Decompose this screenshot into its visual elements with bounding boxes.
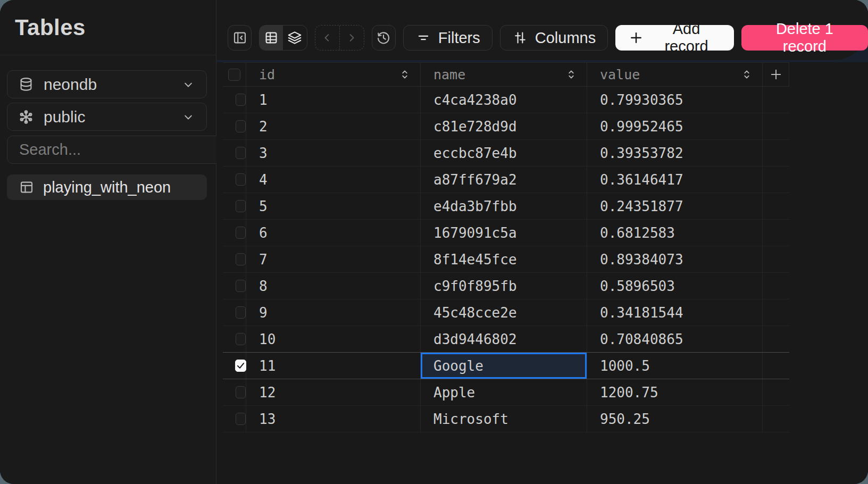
row-checkbox-cell[interactable] xyxy=(223,193,246,219)
column-header-id[interactable]: id xyxy=(246,63,421,86)
columns-button[interactable]: Columns xyxy=(500,25,608,51)
cell-id[interactable]: 6 xyxy=(246,220,421,246)
row-checkbox-cell[interactable] xyxy=(223,326,246,352)
table-row: 12 Apple 1200.75 xyxy=(223,379,789,406)
collapse-sidebar-button[interactable] xyxy=(228,25,252,51)
cell-id[interactable]: 12 xyxy=(246,379,421,405)
search-row xyxy=(7,136,207,165)
desktop-background: Tables neondb xyxy=(0,0,868,484)
row-checkbox[interactable] xyxy=(236,120,246,132)
row-checkbox[interactable] xyxy=(236,413,246,425)
cell-id[interactable]: 13 xyxy=(246,406,421,432)
cell-id[interactable]: 10 xyxy=(246,326,421,352)
cell-id[interactable]: 1 xyxy=(246,87,421,113)
column-header-name[interactable]: name xyxy=(421,63,587,86)
cell-value[interactable]: 1000.5 xyxy=(587,353,763,379)
row-checkbox-cell[interactable] xyxy=(223,353,246,379)
chevron-down-icon xyxy=(181,110,196,124)
layers-view-toggle[interactable] xyxy=(283,26,306,50)
cell-name[interactable]: c9f0f895fb xyxy=(421,273,587,299)
cell-name[interactable]: c4ca4238a0 xyxy=(421,87,587,113)
chevron-left-icon xyxy=(320,30,335,45)
cell-name[interactable]: Apple xyxy=(421,379,587,405)
column-header-value[interactable]: value xyxy=(587,63,763,86)
row-checkbox[interactable] xyxy=(236,386,246,398)
cell-name[interactable]: eccbc87e4b xyxy=(421,140,587,166)
search-box[interactable] xyxy=(7,136,246,164)
cell-id[interactable]: 3 xyxy=(246,140,421,166)
row-checkbox-cell[interactable] xyxy=(223,299,246,326)
cell-value[interactable]: 0.5896503 xyxy=(587,273,763,299)
cell-id[interactable]: 7 xyxy=(246,246,421,272)
cell-value[interactable]: 0.36146417 xyxy=(587,166,763,193)
cell-id[interactable]: 2 xyxy=(246,113,421,139)
cell-value[interactable]: 0.79930365 xyxy=(587,87,763,113)
select-all-checkbox[interactable] xyxy=(223,63,246,86)
cell-value[interactable]: 0.89384073 xyxy=(587,246,763,272)
table-row: 10 d3d9446802 0.70840865 xyxy=(223,326,789,353)
sidebar-item-table[interactable]: playing_with_neon xyxy=(7,174,207,200)
filters-button[interactable]: Filters xyxy=(403,25,493,51)
add-column-button[interactable] xyxy=(763,63,789,86)
row-checkbox[interactable] xyxy=(236,147,246,159)
cell-name[interactable]: Microsoft xyxy=(421,406,587,432)
cell-value[interactable]: 0.6812583 xyxy=(587,220,763,246)
sidebar-body: neondb xyxy=(0,55,216,200)
schema-select[interactable]: public xyxy=(7,103,207,131)
next-page-button[interactable] xyxy=(339,26,364,50)
cell-value[interactable]: 0.34181544 xyxy=(587,299,763,326)
search-input[interactable] xyxy=(18,140,221,159)
cell-value[interactable]: 0.70840865 xyxy=(587,326,763,352)
database-select[interactable]: neondb xyxy=(7,70,207,98)
panel-left-icon xyxy=(232,30,248,46)
row-checkbox[interactable] xyxy=(236,333,246,345)
cell-id[interactable]: 5 xyxy=(246,193,421,219)
row-checkbox-cell[interactable] xyxy=(223,220,246,246)
cell-name[interactable]: d3d9446802 xyxy=(421,326,587,352)
row-checkbox-cell[interactable] xyxy=(223,406,246,432)
cell-name[interactable]: 8f14e45fce xyxy=(421,246,587,272)
add-record-button[interactable]: Add record xyxy=(615,25,734,51)
cell-id[interactable]: 9 xyxy=(246,299,421,326)
row-checkbox[interactable] xyxy=(236,280,246,292)
cell-value[interactable]: 950.25 xyxy=(587,406,763,432)
row-checkbox-cell[interactable] xyxy=(223,166,246,193)
grid-view-icon xyxy=(263,30,279,46)
row-checkbox-cell[interactable] xyxy=(223,246,246,272)
row-checkbox-cell[interactable] xyxy=(223,273,246,299)
row-checkbox[interactable] xyxy=(236,173,246,186)
row-checkbox-cell[interactable] xyxy=(223,140,246,166)
row-checkbox[interactable] xyxy=(236,306,246,319)
main-panel: Filters Columns xyxy=(216,0,868,484)
cell-name[interactable]: 1679091c5a xyxy=(421,220,587,246)
cell-name[interactable]: a87ff679a2 xyxy=(421,166,587,193)
database-select-label: neondb xyxy=(44,76,181,94)
cell-id[interactable]: 4 xyxy=(246,166,421,193)
cell-id[interactable]: 8 xyxy=(246,273,421,299)
previous-page-button[interactable] xyxy=(315,26,339,50)
cell-value[interactable]: 1200.75 xyxy=(587,379,763,405)
history-button[interactable] xyxy=(372,25,396,51)
sort-icon[interactable] xyxy=(564,68,578,81)
cell-id[interactable]: 11 xyxy=(246,353,421,379)
cell-name[interactable]: Google xyxy=(421,353,587,379)
schema-select-label: public xyxy=(44,108,181,126)
row-checkbox-cell[interactable] xyxy=(223,379,246,405)
cell-name[interactable]: c81e728d9d xyxy=(421,113,587,139)
sort-icon[interactable] xyxy=(398,68,412,81)
table-view-toggle[interactable] xyxy=(260,26,283,50)
row-checkbox-cell[interactable] xyxy=(223,113,246,139)
row-checkbox[interactable] xyxy=(236,253,246,265)
cell-value[interactable]: 0.99952465 xyxy=(587,113,763,139)
cell-name[interactable]: 45c48cce2e xyxy=(421,299,587,326)
row-checkbox[interactable] xyxy=(236,94,246,106)
row-checkbox[interactable] xyxy=(236,227,246,239)
cell-name[interactable]: e4da3b7fbb xyxy=(421,193,587,219)
row-checkbox-cell[interactable] xyxy=(223,87,246,113)
cell-value[interactable]: 0.24351877 xyxy=(587,193,763,219)
sort-icon[interactable] xyxy=(740,68,754,81)
cell-value[interactable]: 0.39353782 xyxy=(587,140,763,166)
row-checkbox[interactable] xyxy=(236,200,246,212)
row-checkbox[interactable] xyxy=(235,360,246,372)
delete-record-button[interactable]: Delete 1 record xyxy=(741,25,868,51)
